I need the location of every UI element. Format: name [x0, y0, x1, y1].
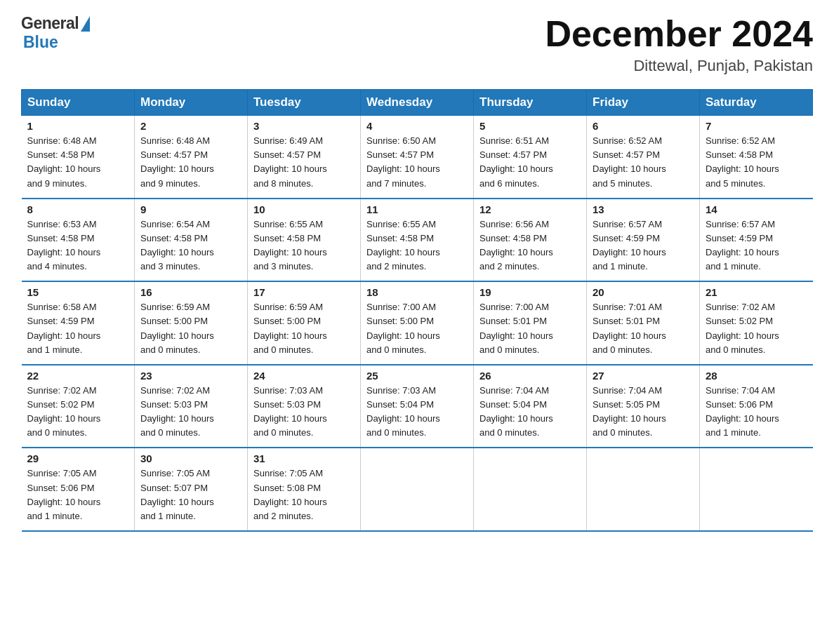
- day-info: Sunrise: 6:55 AM Sunset: 4:58 PM Dayligh…: [253, 217, 355, 274]
- day-number: 23: [140, 370, 241, 382]
- logo: General Blue: [21, 14, 90, 52]
- day-info: Sunrise: 6:49 AM Sunset: 4:57 PM Dayligh…: [253, 134, 355, 191]
- day-number: 25: [366, 370, 468, 382]
- logo-blue-text: Blue: [23, 33, 58, 52]
- day-number: 30: [140, 452, 241, 464]
- day-number: 12: [479, 203, 581, 215]
- calendar-body: 1Sunrise: 6:48 AM Sunset: 4:58 PM Daylig…: [22, 116, 813, 531]
- day-number: 28: [706, 370, 807, 382]
- day-info: Sunrise: 7:05 AM Sunset: 5:07 PM Dayligh…: [140, 467, 241, 523]
- calendar-cell: 2Sunrise: 6:48 AM Sunset: 4:57 PM Daylig…: [135, 116, 248, 199]
- day-info: Sunrise: 7:05 AM Sunset: 5:06 PM Dayligh…: [27, 467, 129, 523]
- day-info: Sunrise: 7:03 AM Sunset: 5:03 PM Dayligh…: [253, 384, 355, 441]
- calendar-cell: 13Sunrise: 6:57 AM Sunset: 4:59 PM Dayli…: [587, 199, 700, 282]
- day-number: 17: [253, 286, 355, 298]
- calendar-cell: [474, 448, 587, 531]
- calendar-cell: 24Sunrise: 7:03 AM Sunset: 5:03 PM Dayli…: [248, 365, 361, 448]
- calendar-cell: 18Sunrise: 7:00 AM Sunset: 5:00 PM Dayli…: [361, 281, 474, 365]
- calendar-cell: 8Sunrise: 6:53 AM Sunset: 4:58 PM Daylig…: [22, 199, 135, 282]
- day-number: 6: [593, 120, 694, 132]
- day-number: 1: [27, 120, 129, 132]
- calendar-week-row: 1Sunrise: 6:48 AM Sunset: 4:58 PM Daylig…: [22, 116, 813, 199]
- calendar-cell: 19Sunrise: 7:00 AM Sunset: 5:01 PM Dayli…: [474, 281, 587, 365]
- calendar-table: Sunday Monday Tuesday Wednesday Thursday…: [21, 89, 813, 532]
- day-number: 3: [253, 120, 355, 132]
- day-info: Sunrise: 6:54 AM Sunset: 4:58 PM Dayligh…: [140, 217, 241, 274]
- day-info: Sunrise: 6:57 AM Sunset: 4:59 PM Dayligh…: [593, 217, 694, 274]
- col-sunday: Sunday: [22, 90, 135, 116]
- day-number: 8: [27, 203, 129, 215]
- day-info: Sunrise: 6:59 AM Sunset: 5:00 PM Dayligh…: [253, 300, 355, 357]
- calendar-cell: 3Sunrise: 6:49 AM Sunset: 4:57 PM Daylig…: [248, 116, 361, 199]
- calendar-cell: [587, 448, 700, 531]
- logo-general-text: General: [21, 14, 79, 33]
- day-info: Sunrise: 6:48 AM Sunset: 4:57 PM Dayligh…: [140, 134, 241, 191]
- calendar-cell: 17Sunrise: 6:59 AM Sunset: 5:00 PM Dayli…: [248, 281, 361, 365]
- calendar-cell: [361, 448, 474, 531]
- col-thursday: Thursday: [474, 90, 587, 116]
- calendar-week-row: 22Sunrise: 7:02 AM Sunset: 5:02 PM Dayli…: [22, 365, 813, 448]
- calendar-cell: 6Sunrise: 6:52 AM Sunset: 4:57 PM Daylig…: [587, 116, 700, 199]
- calendar-cell: 9Sunrise: 6:54 AM Sunset: 4:58 PM Daylig…: [135, 199, 248, 282]
- calendar-week-row: 15Sunrise: 6:58 AM Sunset: 4:59 PM Dayli…: [22, 281, 813, 365]
- col-tuesday: Tuesday: [248, 90, 361, 116]
- col-wednesday: Wednesday: [361, 90, 474, 116]
- day-number: 5: [479, 120, 581, 132]
- day-number: 22: [27, 370, 129, 382]
- day-info: Sunrise: 6:48 AM Sunset: 4:58 PM Dayligh…: [27, 134, 129, 191]
- month-title: December 2024: [545, 14, 813, 54]
- day-number: 16: [140, 286, 241, 298]
- day-info: Sunrise: 6:58 AM Sunset: 4:59 PM Dayligh…: [27, 300, 129, 357]
- logo-triangle-icon: [81, 16, 90, 32]
- day-number: 11: [366, 203, 468, 215]
- calendar-cell: 30Sunrise: 7:05 AM Sunset: 5:07 PM Dayli…: [135, 448, 248, 531]
- calendar-cell: 28Sunrise: 7:04 AM Sunset: 5:06 PM Dayli…: [700, 365, 813, 448]
- title-section: December 2024 Dittewal, Punjab, Pakistan: [545, 14, 813, 75]
- day-number: 31: [253, 452, 355, 464]
- day-info: Sunrise: 7:02 AM Sunset: 5:02 PM Dayligh…: [706, 300, 807, 357]
- day-info: Sunrise: 6:51 AM Sunset: 4:57 PM Dayligh…: [479, 134, 581, 191]
- day-info: Sunrise: 7:04 AM Sunset: 5:05 PM Dayligh…: [593, 384, 694, 441]
- day-number: 10: [253, 203, 355, 215]
- day-number: 24: [253, 370, 355, 382]
- day-number: 26: [479, 370, 581, 382]
- day-number: 21: [706, 286, 807, 298]
- day-info: Sunrise: 7:04 AM Sunset: 5:04 PM Dayligh…: [479, 384, 581, 441]
- day-number: 20: [593, 286, 694, 298]
- calendar-header: Sunday Monday Tuesday Wednesday Thursday…: [22, 90, 813, 116]
- calendar-cell: 15Sunrise: 6:58 AM Sunset: 4:59 PM Dayli…: [22, 281, 135, 365]
- calendar-cell: 22Sunrise: 7:02 AM Sunset: 5:02 PM Dayli…: [22, 365, 135, 448]
- day-number: 9: [140, 203, 241, 215]
- calendar-cell: 1Sunrise: 6:48 AM Sunset: 4:58 PM Daylig…: [22, 116, 135, 199]
- day-info: Sunrise: 6:55 AM Sunset: 4:58 PM Dayligh…: [366, 217, 468, 274]
- day-info: Sunrise: 6:57 AM Sunset: 4:59 PM Dayligh…: [706, 217, 807, 274]
- calendar-cell: 20Sunrise: 7:01 AM Sunset: 5:01 PM Dayli…: [587, 281, 700, 365]
- day-info: Sunrise: 7:02 AM Sunset: 5:02 PM Dayligh…: [27, 384, 129, 441]
- calendar-cell: 27Sunrise: 7:04 AM Sunset: 5:05 PM Dayli…: [587, 365, 700, 448]
- calendar-cell: 26Sunrise: 7:04 AM Sunset: 5:04 PM Dayli…: [474, 365, 587, 448]
- day-number: 15: [27, 286, 129, 298]
- calendar-week-row: 29Sunrise: 7:05 AM Sunset: 5:06 PM Dayli…: [22, 448, 813, 531]
- day-number: 18: [366, 286, 468, 298]
- calendar-cell: 11Sunrise: 6:55 AM Sunset: 4:58 PM Dayli…: [361, 199, 474, 282]
- calendar-cell: 5Sunrise: 6:51 AM Sunset: 4:57 PM Daylig…: [474, 116, 587, 199]
- calendar-cell: 31Sunrise: 7:05 AM Sunset: 5:08 PM Dayli…: [248, 448, 361, 531]
- calendar-cell: 4Sunrise: 6:50 AM Sunset: 4:57 PM Daylig…: [361, 116, 474, 199]
- day-info: Sunrise: 7:02 AM Sunset: 5:03 PM Dayligh…: [140, 384, 241, 441]
- calendar-cell: 12Sunrise: 6:56 AM Sunset: 4:58 PM Dayli…: [474, 199, 587, 282]
- calendar-cell: 10Sunrise: 6:55 AM Sunset: 4:58 PM Dayli…: [248, 199, 361, 282]
- day-info: Sunrise: 6:52 AM Sunset: 4:58 PM Dayligh…: [706, 134, 807, 191]
- calendar-cell: 25Sunrise: 7:03 AM Sunset: 5:04 PM Dayli…: [361, 365, 474, 448]
- calendar-week-row: 8Sunrise: 6:53 AM Sunset: 4:58 PM Daylig…: [22, 199, 813, 282]
- calendar-cell: 23Sunrise: 7:02 AM Sunset: 5:03 PM Dayli…: [135, 365, 248, 448]
- day-info: Sunrise: 7:01 AM Sunset: 5:01 PM Dayligh…: [593, 300, 694, 357]
- day-info: Sunrise: 6:52 AM Sunset: 4:57 PM Dayligh…: [593, 134, 694, 191]
- day-info: Sunrise: 7:03 AM Sunset: 5:04 PM Dayligh…: [366, 384, 468, 441]
- calendar-cell: 7Sunrise: 6:52 AM Sunset: 4:58 PM Daylig…: [700, 116, 813, 199]
- day-number: 14: [706, 203, 807, 215]
- day-number: 29: [27, 452, 129, 464]
- day-number: 2: [140, 120, 241, 132]
- calendar-cell: 14Sunrise: 6:57 AM Sunset: 4:59 PM Dayli…: [700, 199, 813, 282]
- calendar-cell: 21Sunrise: 7:02 AM Sunset: 5:02 PM Dayli…: [700, 281, 813, 365]
- day-info: Sunrise: 7:00 AM Sunset: 5:00 PM Dayligh…: [366, 300, 468, 357]
